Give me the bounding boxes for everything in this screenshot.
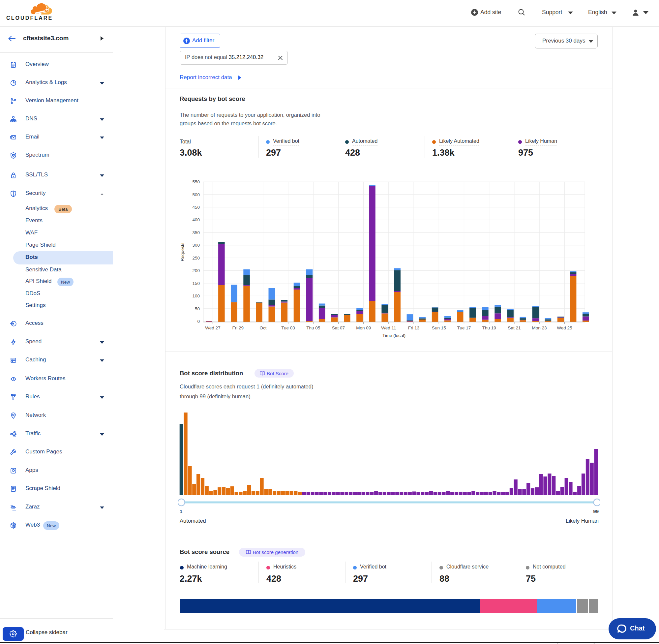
svg-text:450: 450 [192, 205, 200, 210]
svg-text:Thu 05: Thu 05 [306, 325, 320, 330]
svg-text:Thu 19: Thu 19 [482, 325, 496, 330]
svg-text:Wed 25: Wed 25 [557, 325, 572, 330]
svg-text:300: 300 [192, 243, 200, 248]
svg-text:500: 500 [192, 192, 200, 197]
svg-text:Requests: Requests [180, 243, 185, 261]
svg-text:Oct: Oct [259, 325, 266, 330]
svg-text:Likely Human: Likely Human [566, 518, 599, 524]
svg-text:Fri 13: Fri 13 [408, 325, 420, 330]
svg-text:Time (local): Time (local) [382, 333, 405, 338]
svg-text:1: 1 [180, 508, 182, 514]
svg-text:150: 150 [192, 281, 200, 286]
svg-text:100: 100 [192, 294, 200, 298]
svg-text:250: 250 [192, 256, 200, 260]
svg-text:Automated: Automated [180, 518, 206, 524]
svg-text:0: 0 [197, 319, 200, 324]
svg-text:Tue 17: Tue 17 [457, 325, 471, 330]
svg-text:550: 550 [192, 179, 200, 184]
svg-text:99: 99 [593, 508, 599, 514]
svg-text:50: 50 [195, 306, 200, 311]
svg-text:Tue 03: Tue 03 [281, 325, 295, 330]
svg-text:350: 350 [192, 230, 200, 235]
svg-text:Sat 21: Sat 21 [508, 325, 521, 330]
svg-text:Wed 11: Wed 11 [381, 325, 396, 330]
svg-text:400: 400 [192, 217, 200, 222]
svg-text:Fri 29: Fri 29 [232, 325, 244, 330]
svg-text:Sat 07: Sat 07 [332, 325, 345, 330]
svg-text:Sun 15: Sun 15 [432, 325, 446, 330]
svg-text:Wed 27: Wed 27 [205, 325, 220, 330]
svg-text:Mon 23: Mon 23 [532, 325, 547, 330]
svg-text:Mon 09: Mon 09 [356, 325, 371, 330]
svg-text:200: 200 [192, 268, 200, 273]
